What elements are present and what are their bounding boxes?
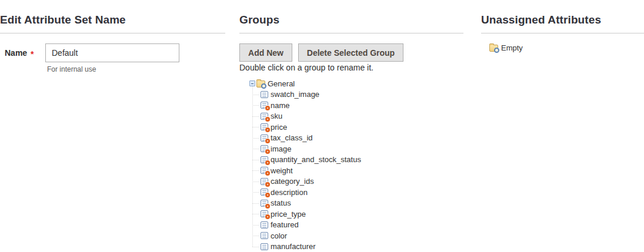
attribute-icon <box>261 91 268 98</box>
attribute-label: price <box>271 123 287 132</box>
groups-hint-text: Double click on a group to rename it. <box>239 63 373 72</box>
group-label: General <box>268 79 295 88</box>
attribute-tree-item[interactable]: quantity_and_stock_status <box>239 154 456 166</box>
attribute-label: weight <box>271 166 293 175</box>
divider <box>0 33 225 33</box>
attribute-icon <box>261 113 268 120</box>
name-field-label: Name <box>5 48 27 58</box>
attribute-tree-item[interactable]: image <box>239 143 456 154</box>
attribute-label: featured <box>271 220 299 229</box>
attribute-label: name <box>271 101 290 110</box>
attribute-icon <box>261 167 268 174</box>
attribute-tree-item[interactable]: manufacturer <box>239 241 456 252</box>
unassigned-attributes-title: Unassigned Attributes <box>481 14 601 26</box>
attribute-icon <box>261 221 268 229</box>
empty-label: Empty <box>501 43 523 52</box>
attribute-icon <box>261 145 268 152</box>
attribute-tree-item[interactable]: weight <box>239 165 456 176</box>
attribute-label: sku <box>271 112 282 120</box>
attribute-icon <box>261 123 268 130</box>
attribute-label: price_type <box>271 210 306 219</box>
attribute-icon <box>261 232 268 239</box>
attribute-label: color <box>271 231 287 240</box>
attribute-icon <box>261 102 268 109</box>
attribute-label: swatch_image <box>271 90 319 99</box>
tree-rows: General swatch_image name sku price tax_… <box>239 78 456 252</box>
attribute-tree-item[interactable]: featured <box>239 220 456 231</box>
name-field-note: For internal use <box>47 65 96 73</box>
attribute-label: category_ids <box>271 177 314 186</box>
attribute-icon <box>261 243 268 250</box>
attribute-tree-item[interactable]: swatch_image <box>239 89 456 100</box>
attribute-tree-item[interactable]: description <box>239 187 456 198</box>
add-new-group-button[interactable]: Add New <box>239 43 292 62</box>
attribute-tree-item[interactable]: price <box>239 122 456 133</box>
attribute-label: description <box>271 188 308 197</box>
groups-tree: General swatch_image name sku price tax_… <box>239 76 465 252</box>
group-folder-icon <box>256 80 265 88</box>
edit-attribute-set-title: Edit Attribute Set Name <box>0 14 126 26</box>
attribute-tree-item[interactable]: name <box>239 100 456 111</box>
attribute-icon <box>261 135 268 142</box>
attribute-tree-item[interactable]: category_ids <box>239 176 456 187</box>
group-folder-icon <box>489 45 498 52</box>
groups-title: Groups <box>239 14 279 26</box>
attribute-tree-item[interactable]: price_type <box>239 209 456 220</box>
attribute-icon <box>261 178 268 185</box>
attribute-icon <box>261 210 268 217</box>
attribute-label: image <box>271 145 291 153</box>
attribute-set-name-input[interactable] <box>45 43 179 62</box>
divider <box>239 33 463 33</box>
attribute-label: manufacturer <box>271 242 316 251</box>
attribute-tree-item[interactable]: status <box>239 198 456 209</box>
divider <box>481 33 644 33</box>
attribute-label: quantity_and_stock_status <box>271 155 361 164</box>
attribute-icon <box>261 189 268 196</box>
attribute-tree-item[interactable]: color <box>239 230 456 241</box>
unassigned-empty-item: Empty <box>489 43 523 52</box>
required-asterisk: * <box>31 49 34 59</box>
delete-selected-group-button[interactable]: Delete Selected Group <box>298 43 403 62</box>
tree-group-general[interactable]: General <box>239 78 456 89</box>
attribute-tree-item[interactable]: tax_class_id <box>239 133 456 144</box>
edit-attribute-set-page: Edit Attribute Set Name Name * For inter… <box>0 0 644 252</box>
attribute-icon <box>261 156 268 163</box>
collapse-minus-icon[interactable] <box>249 80 255 86</box>
attribute-icon <box>261 200 268 207</box>
attribute-label: status <box>271 199 291 207</box>
attribute-tree-item[interactable]: sku <box>239 111 456 122</box>
attribute-label: tax_class_id <box>271 133 313 142</box>
